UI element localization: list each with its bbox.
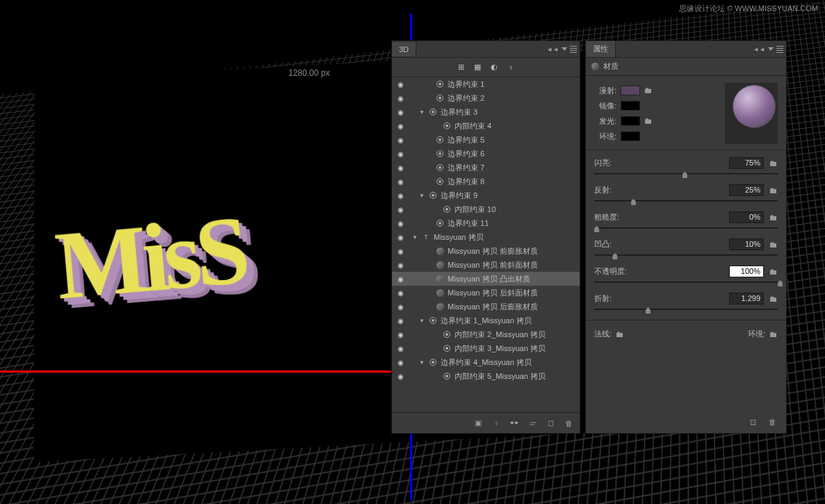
tree-row[interactable]: ◉边界约束 8 (392, 174, 580, 188)
slider-thumb[interactable] (631, 199, 636, 205)
tree-row[interactable]: ◉内部约束 3_Missyuan 拷贝 (392, 341, 580, 355)
tree-row[interactable]: ◉▼TMissyuan 拷贝 (392, 230, 580, 244)
glasses-icon[interactable]: 👓 (509, 418, 520, 429)
expand-triangle-icon[interactable]: ▼ (418, 318, 425, 324)
visibility-eye-icon[interactable]: ◉ (395, 317, 406, 325)
visibility-eye-icon[interactable]: ◉ (395, 289, 406, 297)
visibility-eye-icon[interactable]: ◉ (395, 359, 406, 366)
tree-row[interactable]: ◉Missyuan 拷贝 凸出材质 (392, 272, 580, 286)
reflect-value[interactable]: 25% (729, 184, 764, 196)
tree-row[interactable]: ◉边界约束 6 (392, 147, 580, 161)
visibility-eye-icon[interactable]: ◉ (395, 275, 406, 283)
visibility-eye-icon[interactable]: ◉ (395, 136, 406, 144)
slider-thumb[interactable] (594, 226, 599, 232)
env-swatch[interactable] (621, 131, 640, 141)
plane-icon[interactable]: ▱ (527, 418, 538, 429)
axis-x[interactable] (0, 371, 417, 373)
folder-icon[interactable]: 🖿 (769, 213, 778, 222)
filter-material-icon[interactable]: ◐ (489, 62, 500, 73)
bump-value[interactable]: 10% (729, 238, 764, 250)
expand-triangle-icon[interactable]: ▼ (418, 193, 425, 199)
text-3d-object[interactable]: MisS (51, 193, 249, 321)
tree-row[interactable]: ◉内部约束 2_Missyuan 拷贝 (392, 327, 580, 341)
tree-row[interactable]: ◉内部约束 5_Missyuan 拷贝 (392, 369, 580, 383)
tree-row[interactable]: ◉▼边界约束 1_Missyuan 拷贝 (392, 314, 580, 327)
tree-row[interactable]: ◉边界约束 5 (392, 133, 580, 147)
expand-triangle-icon[interactable]: ▼ (418, 359, 425, 366)
filter-mesh-icon[interactable]: ▦ (472, 62, 483, 73)
opacity-slider[interactable] (594, 282, 778, 283)
visibility-eye-icon[interactable]: ◉ (395, 178, 406, 186)
mirror-swatch[interactable] (621, 101, 640, 111)
visibility-eye-icon[interactable]: ◉ (395, 164, 406, 172)
tree-row[interactable]: ◉Missyuan 拷贝 前膨胀材质 (392, 244, 580, 258)
visibility-eye-icon[interactable]: ◉ (395, 303, 406, 311)
diffuse-swatch[interactable] (621, 86, 640, 95)
layer-tree[interactable]: ◉边界约束 1◉边界约束 2◉▼边界约束 3◉内部约束 4◉边界约束 5◉边界约… (392, 77, 580, 414)
visibility-eye-icon[interactable]: ◉ (395, 81, 406, 88)
folder-icon[interactable]: 🖿 (769, 158, 778, 168)
visibility-eye-icon[interactable]: ◉ (395, 220, 406, 227)
reflect-slider[interactable] (594, 200, 778, 202)
collapse-icon[interactable]: ◄◄ (546, 46, 559, 53)
panel-menu-icon[interactable] (776, 46, 783, 53)
visibility-eye-icon[interactable]: ◉ (395, 192, 406, 200)
filter-light-icon[interactable]: ♀ (505, 62, 516, 73)
slider-thumb[interactable] (646, 307, 651, 314)
folder-icon[interactable]: 🖿 (769, 267, 778, 277)
tree-row[interactable]: ◉▼边界约束 4_Missyuan 拷贝 (392, 355, 580, 369)
expand-triangle-icon[interactable]: ▼ (411, 234, 418, 241)
opacity-value[interactable]: 100% (729, 266, 764, 277)
folder-icon[interactable]: 🖿 (644, 86, 653, 95)
slider-thumb[interactable] (612, 253, 617, 259)
visibility-eye-icon[interactable]: ◉ (395, 206, 406, 213)
chevron-down-icon[interactable] (562, 47, 567, 51)
tree-row[interactable]: ◉▼边界约束 9 (392, 188, 580, 202)
visibility-eye-icon[interactable]: ◉ (395, 247, 406, 255)
tree-row[interactable]: ◉内部约束 10 (392, 202, 580, 216)
trash-icon[interactable]: 🗑 (563, 418, 574, 429)
tree-row[interactable]: ◉边界约束 1 (392, 77, 580, 91)
tree-row[interactable]: ◉Missyuan 拷贝 后膨胀材质 (392, 300, 580, 314)
collapse-icon[interactable]: ◄◄ (753, 46, 765, 53)
tree-row[interactable]: ◉Missyuan 拷贝 后斜面材质 (392, 286, 580, 300)
tree-row[interactable]: ◉边界约束 11 (392, 216, 580, 230)
refract-slider[interactable] (594, 309, 778, 310)
rough-slider[interactable] (594, 227, 778, 229)
folder-icon[interactable]: 🖿 (769, 330, 778, 339)
light-icon[interactable]: ♀ (491, 418, 502, 429)
refract-value[interactable]: 1.299 (729, 293, 764, 304)
glow-swatch[interactable] (621, 116, 640, 126)
shine-value[interactable]: 75% (729, 157, 764, 169)
folder-icon[interactable]: 🖿 (769, 294, 778, 304)
tree-row[interactable]: ◉Missyuan 拷贝 前斜面材质 (392, 258, 580, 272)
visibility-eye-icon[interactable]: ◉ (395, 373, 406, 380)
tree-row[interactable]: ◉边界约束 7 (392, 161, 580, 174)
render-icon[interactable]: ▣ (473, 418, 484, 429)
bump-slider[interactable] (594, 254, 778, 256)
folder-icon[interactable]: 🖿 (769, 186, 778, 195)
visibility-eye-icon[interactable]: ◉ (395, 95, 406, 102)
folder-icon[interactable]: 🖿 (769, 240, 778, 250)
filter-scene-icon[interactable]: ⊞ (455, 62, 466, 73)
slider-thumb[interactable] (778, 280, 783, 286)
tab-3d[interactable]: 3D (392, 42, 416, 56)
tree-row[interactable]: ◉内部约束 4 (392, 119, 580, 133)
visibility-eye-icon[interactable]: ◉ (395, 331, 406, 339)
rough-value[interactable]: 0% (729, 211, 764, 223)
tab-properties[interactable]: 属性 (586, 41, 616, 57)
slider-thumb[interactable] (683, 172, 687, 178)
visibility-eye-icon[interactable]: ◉ (395, 150, 406, 158)
trash-icon[interactable]: 🗑 (767, 416, 778, 428)
tree-row[interactable]: ◉▼边界约束 3 (392, 105, 580, 119)
chevron-down-icon[interactable] (768, 47, 774, 51)
panel-menu-icon[interactable] (570, 46, 577, 53)
visibility-eye-icon[interactable]: ◉ (395, 345, 406, 352)
folder-icon[interactable]: 🖿 (616, 330, 624, 339)
new-icon[interactable]: ⊡ (747, 416, 758, 428)
visibility-eye-icon[interactable]: ◉ (395, 122, 406, 130)
material-preview[interactable] (725, 83, 778, 144)
visibility-eye-icon[interactable]: ◉ (395, 108, 406, 116)
tree-row[interactable]: ◉边界约束 2 (392, 91, 580, 105)
expand-triangle-icon[interactable]: ▼ (418, 109, 425, 115)
